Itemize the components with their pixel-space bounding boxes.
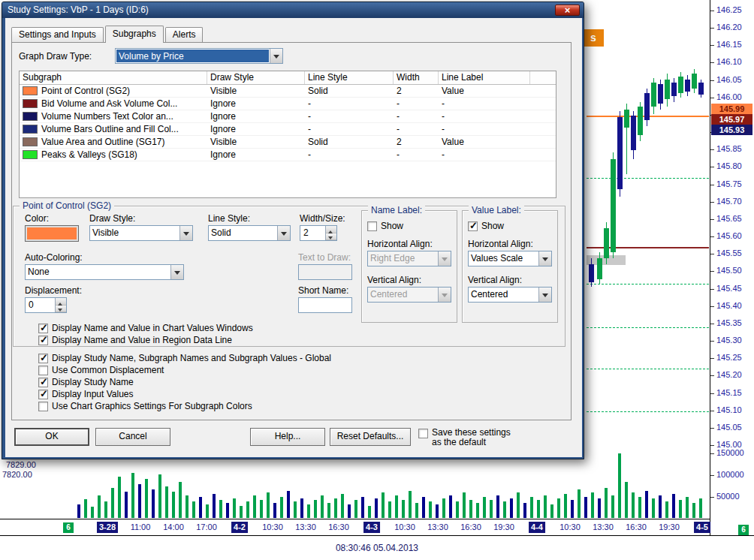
draw-style-select[interactable]: Visible — [89, 225, 193, 241]
price-label: 145.50 — [716, 266, 742, 275]
volume-bar — [679, 500, 682, 518]
display-study-name-checkbox[interactable] — [38, 378, 48, 387]
common-displacement-checkbox[interactable] — [38, 366, 48, 375]
graph-draw-type-select[interactable]: Volume by Price — [115, 48, 283, 64]
time-axis-label: 4-4 — [529, 522, 545, 533]
volume-bar — [469, 500, 472, 518]
name-h-align-value: Right Edge — [368, 251, 438, 266]
line-label-cell: - — [439, 124, 530, 134]
table-row[interactable]: Point of Control (SG2) Visible Solid 2 V… — [20, 85, 556, 98]
subgraph-name-cell: Volume Numbers Text Color an... — [20, 111, 207, 122]
color-swatch — [23, 86, 38, 95]
ok-button[interactable]: OK — [14, 428, 89, 446]
width-cell: - — [394, 98, 439, 109]
chart-horizontal-line — [587, 369, 709, 369]
value-h-align-label: Horizontal Align: — [468, 239, 533, 249]
table-row[interactable]: Value Area and Outline (SG17) Visible So… — [20, 136, 556, 149]
table-row[interactable]: Peaks & Valleys (SG18) Ignore - - - — [20, 149, 556, 161]
volume-bar — [125, 492, 128, 518]
chart-graphics-settings-text: Use Chart Graphics Settings For Subgraph… — [52, 401, 252, 411]
value-label-show-checkbox[interactable] — [468, 221, 478, 231]
time-axis-label: 16:30 — [626, 522, 647, 531]
reset-defaults-button[interactable]: Reset Defaults... — [330, 428, 411, 446]
candle-body — [604, 228, 609, 258]
line-label-cell: - — [439, 149, 530, 160]
dialog-titlebar[interactable]: Study Settings: VbP - 1 Days (ID:6) — [2, 2, 584, 18]
line-style-select[interactable]: Solid — [208, 225, 291, 241]
width-size-label: Width/Size: — [300, 213, 345, 224]
tab-subgraphs[interactable]: Subgraphs — [105, 26, 164, 43]
name-label-show-checkbox[interactable] — [367, 221, 377, 231]
stepper-down-icon[interactable] — [326, 233, 336, 241]
volume-bar — [280, 497, 283, 518]
col-header-line-style: Line Style — [305, 71, 394, 84]
stepper-up-icon[interactable] — [56, 298, 66, 306]
volume-bar — [638, 497, 641, 518]
display-chart-values-row: Display Name and Value in Chart Values W… — [38, 323, 253, 333]
table-row[interactable]: Volume Bars Outline and Fill Col... Igno… — [20, 123, 556, 136]
value-h-align-select[interactable]: Values Scale — [468, 251, 552, 266]
volume-bar — [226, 503, 229, 518]
auto-coloring-value: None — [26, 265, 170, 279]
close-button[interactable] — [555, 5, 580, 16]
width-cell: - — [394, 111, 439, 122]
subgraph-name: Volume Numbers Text Color an... — [41, 111, 173, 122]
color-swatch — [23, 112, 38, 121]
volume-bar — [659, 495, 662, 518]
auto-coloring-select[interactable]: None — [25, 264, 184, 280]
short-name-label: Short Name: — [298, 285, 348, 296]
cancel-button[interactable]: Cancel — [95, 428, 170, 446]
color-picker-button[interactable] — [25, 225, 79, 242]
status-time: 08:30:46 05.04.2013 — [336, 543, 418, 553]
table-row[interactable]: Bid Volume and Ask Volume Col... Ignore … — [20, 98, 556, 110]
candle-body — [638, 107, 643, 135]
display-region-data-checkbox[interactable] — [38, 336, 48, 345]
auto-coloring-label: Auto-Coloring: — [25, 252, 83, 263]
width-size-stepper[interactable]: 2 — [300, 225, 337, 241]
line-style-cell: - — [305, 111, 394, 122]
save-default-checkbox[interactable] — [418, 429, 428, 438]
volume-bar — [341, 494, 344, 518]
price-label: 145.45 — [716, 284, 742, 293]
tab-alerts[interactable]: Alerts — [165, 27, 204, 42]
volume-bar — [611, 495, 614, 518]
name-v-align-label: Vertical Align: — [367, 275, 421, 285]
value-v-align-select[interactable]: Centered — [468, 287, 552, 303]
display-region-data-text: Display Name and Value in Region Data Li… — [52, 335, 232, 345]
volume-bar — [131, 473, 134, 518]
dropdown-arrow-icon — [438, 251, 451, 266]
help-button[interactable]: Help... — [250, 428, 325, 446]
volume-bar — [463, 492, 466, 518]
time-axis-label: 10:30 — [394, 522, 415, 531]
chart-corner-tag: s — [583, 29, 604, 47]
chart-graphics-settings-checkbox[interactable] — [38, 402, 48, 411]
display-global-checkbox[interactable] — [38, 354, 48, 363]
volume-bar — [354, 500, 357, 518]
poc-group-title: Point of Control (SG2) — [20, 200, 114, 211]
volume-bar — [436, 504, 439, 518]
volume-bar — [517, 492, 520, 518]
display-input-values-checkbox[interactable] — [38, 390, 48, 399]
volume-bar — [557, 498, 560, 518]
volume-bar — [104, 501, 107, 518]
stepper-down-icon[interactable] — [56, 306, 66, 313]
price-scale[interactable]: 6 146.25146.20146.15146.10146.05146.0014… — [710, 0, 754, 535]
chart-left-value: 7829.00 — [6, 460, 36, 469]
dropdown-arrow-icon — [170, 265, 183, 279]
time-axis[interactable]: 6 3-2811:0014:0017:004-210:3013:3016:304… — [0, 519, 710, 535]
axis-badge: 6 — [63, 522, 74, 533]
display-chart-values-checkbox[interactable] — [38, 324, 48, 333]
candle-body — [624, 110, 629, 128]
value-label-show-text: Show — [481, 221, 504, 231]
chart-horizontal-line — [587, 178, 709, 179]
subgraph-name: Bid Volume and Ask Volume Col... — [41, 98, 177, 109]
short-name-input[interactable] — [298, 297, 352, 313]
candle-body — [698, 83, 704, 95]
table-row[interactable]: Volume Numbers Text Color an... Ignore -… — [20, 110, 556, 123]
stepper-up-icon[interactable] — [326, 226, 336, 233]
draw-style-cell: Ignore — [207, 124, 305, 134]
tab-settings-and-inputs[interactable]: Settings and Inputs — [11, 27, 104, 42]
displacement-stepper[interactable]: 0 — [25, 297, 67, 313]
volume-bar — [138, 484, 141, 518]
line-label-cell: Value — [439, 86, 530, 96]
